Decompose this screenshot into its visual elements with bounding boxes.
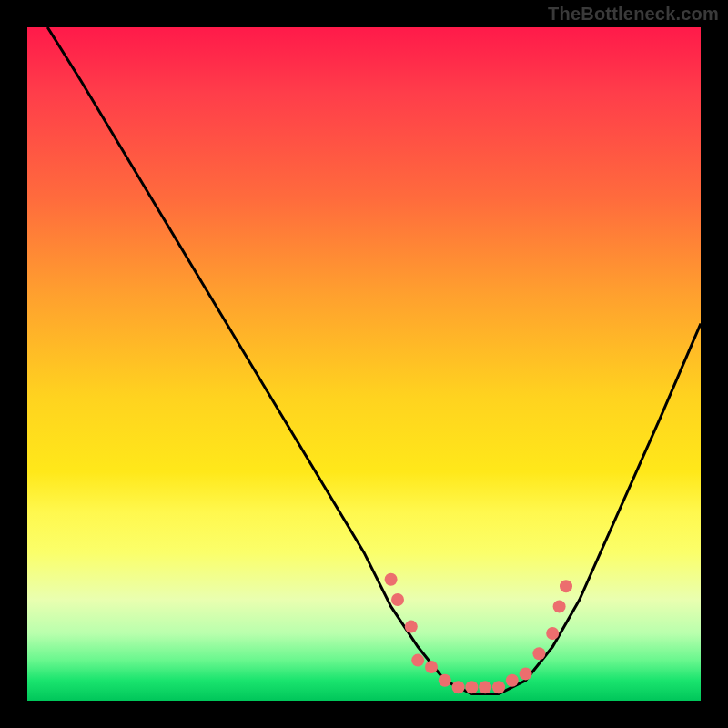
data-dots-group: [385, 573, 572, 693]
plot-area: [27, 27, 701, 701]
data-dot: [452, 681, 465, 693]
data-dot: [479, 681, 491, 693]
bottleneck-curve-path: [47, 27, 701, 694]
watermark-text: TheBottleneck.com: [548, 4, 719, 25]
data-dot: [553, 600, 566, 612]
data-dot: [532, 647, 545, 660]
data-dot: [439, 674, 451, 687]
data-dot: [546, 627, 559, 640]
data-dot: [405, 621, 418, 633]
data-dot: [391, 593, 404, 606]
data-dot: [385, 573, 398, 586]
data-dot: [506, 674, 519, 687]
bottleneck-curve-svg: [27, 27, 701, 701]
data-dot: [425, 661, 438, 673]
data-dot: [560, 580, 572, 592]
data-dot: [520, 667, 532, 680]
data-dot: [465, 681, 478, 693]
data-dot: [411, 654, 424, 667]
data-dot: [492, 681, 505, 693]
chart-frame: TheBottleneck.com: [0, 0, 728, 728]
